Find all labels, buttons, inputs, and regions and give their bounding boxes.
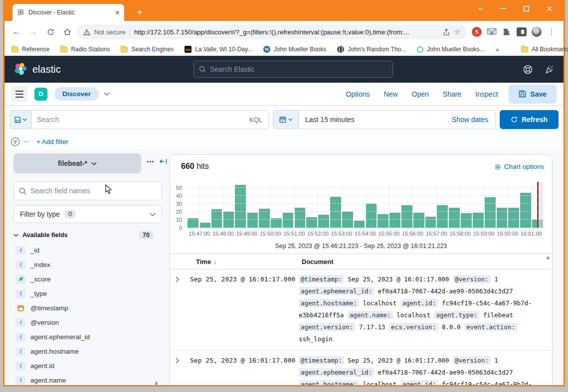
histogram-bar[interactable] xyxy=(508,208,519,228)
field-search-input[interactable] xyxy=(30,187,157,195)
address-bar[interactable]: Not secure http://172.105.7.150/app/disc… xyxy=(77,24,467,39)
breadcrumb[interactable]: Discover xyxy=(54,87,99,101)
histogram-bar[interactable] xyxy=(330,197,341,228)
kql-label[interactable]: KQL xyxy=(243,116,268,124)
sidebar-scrollbar[interactable] xyxy=(155,382,158,385)
menu-inspect[interactable]: Inspect xyxy=(475,90,498,98)
menu-new[interactable]: New xyxy=(384,90,398,98)
histogram-bar[interactable] xyxy=(378,214,388,228)
security-label[interactable]: Not secure xyxy=(94,28,126,36)
whats-new-icon[interactable] xyxy=(545,65,555,74)
expand-row-icon[interactable] xyxy=(175,273,190,282)
table-scrollbar[interactable] xyxy=(547,257,550,260)
field-list-item[interactable]: t_index xyxy=(15,258,165,272)
field-settings-icon[interactable] xyxy=(147,161,154,162)
field-list-item[interactable]: t@version xyxy=(15,315,165,330)
histogram-bar[interactable] xyxy=(223,212,234,228)
histogram-bar[interactable] xyxy=(437,205,448,228)
window-minimize-icon[interactable] xyxy=(492,0,515,17)
bookmark-item[interactable]: WJohn Mueller Books xyxy=(263,46,326,53)
time-range-value[interactable]: Last 15 minutes xyxy=(305,116,355,124)
histogram-plot[interactable] xyxy=(188,184,543,228)
histogram-bar[interactable] xyxy=(211,209,222,228)
window-maximize-icon[interactable] xyxy=(515,0,538,17)
all-bookmarks-item[interactable]: All Bookmarks xyxy=(521,46,568,53)
histogram-bar[interactable] xyxy=(497,208,508,228)
bookmark-item[interactable]: wuLa Valle, WI 10-Day... xyxy=(185,46,252,53)
histogram-bar[interactable] xyxy=(425,217,436,228)
extensions-puzzle-icon[interactable] xyxy=(502,27,512,37)
histogram-bar[interactable] xyxy=(520,193,531,228)
extension-mail-icon[interactable] xyxy=(487,27,497,37)
time-range-control[interactable]: Last 15 minutes Show dates xyxy=(273,110,496,129)
histogram-bar[interactable] xyxy=(461,213,472,228)
bookmarks-overflow-icon[interactable]: » xyxy=(496,46,499,53)
menu-hamburger-icon[interactable] xyxy=(11,86,27,102)
window-menu-icon[interactable] xyxy=(469,0,492,17)
histogram-bar[interactable] xyxy=(283,213,294,228)
back-icon[interactable]: ← xyxy=(9,25,23,39)
not-secure-warning-icon[interactable] xyxy=(83,29,90,35)
menu-share[interactable]: Share xyxy=(443,90,461,98)
space-badge[interactable]: D xyxy=(34,88,47,101)
bookmark-item[interactable]: Reference xyxy=(11,46,49,53)
elastic-search-input[interactable] xyxy=(210,65,387,73)
field-list-item[interactable]: @timestamp xyxy=(15,301,165,315)
url-text[interactable]: http://172.105.7.150/app/discover#/?_g=(… xyxy=(134,28,438,36)
bookmark-star-icon[interactable]: ☆ xyxy=(454,27,461,36)
histogram-bar[interactable] xyxy=(199,223,210,228)
show-dates-link[interactable]: Show dates xyxy=(452,116,488,124)
index-pattern-selector[interactable]: filebeat-* xyxy=(13,153,141,173)
query-search-input[interactable] xyxy=(32,111,243,129)
field-search-box[interactable] xyxy=(13,181,162,200)
kql-search-control[interactable]: KQL xyxy=(9,110,269,129)
bookmark-item[interactable]: John Mueller Books... xyxy=(417,46,484,53)
forward-icon[interactable]: → xyxy=(26,25,40,39)
histogram-bar[interactable] xyxy=(485,197,496,228)
field-list-item[interactable]: tagent.hostname xyxy=(15,344,165,359)
save-button[interactable]: Save xyxy=(509,85,557,104)
histogram-bar[interactable] xyxy=(235,185,246,228)
time-column-header[interactable]: Time xyxy=(196,258,211,265)
chart-options-link[interactable]: Chart options xyxy=(494,163,544,170)
histogram-bar[interactable] xyxy=(389,213,400,228)
histogram-bar[interactable] xyxy=(354,221,365,228)
collapse-sidebar-icon[interactable] xyxy=(160,158,167,164)
histogram-bar[interactable] xyxy=(342,212,353,228)
histogram-bar[interactable] xyxy=(401,205,412,228)
browser-tab[interactable]: Discover - Elastic ✕ xyxy=(12,4,124,21)
field-list-item[interactable]: t_id xyxy=(15,243,165,258)
home-icon[interactable] xyxy=(60,25,74,39)
field-list-item[interactable]: #_score xyxy=(15,272,165,286)
histogram-bar[interactable] xyxy=(366,204,377,228)
histogram-bar[interactable] xyxy=(413,213,424,228)
histogram-bar[interactable] xyxy=(294,208,305,228)
expand-row-icon[interactable] xyxy=(175,355,190,364)
field-list-item[interactable]: tagent.name xyxy=(15,373,165,385)
saved-query-menu[interactable] xyxy=(10,111,32,129)
bookmark-item[interactable]: Radio Stations xyxy=(60,46,110,53)
field-list-item[interactable]: tagent.ephemeral_id xyxy=(15,330,165,344)
sort-descending-icon[interactable]: ↓ xyxy=(213,258,217,265)
extension-reader-icon[interactable] xyxy=(517,27,527,36)
help-icon[interactable] xyxy=(523,65,533,74)
filter-by-type-control[interactable]: Filter by type 0 xyxy=(13,205,162,223)
reload-icon[interactable] xyxy=(43,25,57,39)
tab-close-icon[interactable]: ✕ xyxy=(115,9,120,16)
add-filter-link[interactable]: + Add filter xyxy=(36,138,68,145)
field-list-item[interactable]: tagent.id xyxy=(15,359,165,373)
share-icon[interactable] xyxy=(442,28,450,36)
menu-options[interactable]: Options xyxy=(346,90,370,98)
extension-s-icon[interactable]: S xyxy=(472,27,482,37)
histogram-bar[interactable] xyxy=(318,215,329,228)
elastic-logo[interactable]: elastic xyxy=(13,62,61,76)
available-fields-header[interactable]: Available fields 70 xyxy=(13,231,162,239)
histogram-bar[interactable] xyxy=(247,213,258,228)
chevron-down-icon[interactable] xyxy=(104,92,110,96)
profile-avatar[interactable] xyxy=(532,27,542,37)
bookmark-item[interactable]: John's Random Tho... xyxy=(337,46,406,53)
browser-menu-icon[interactable]: ⋮ xyxy=(547,27,557,37)
histogram-bar[interactable] xyxy=(449,208,460,228)
menu-open[interactable]: Open xyxy=(412,90,429,98)
histogram-bar[interactable] xyxy=(473,213,484,228)
